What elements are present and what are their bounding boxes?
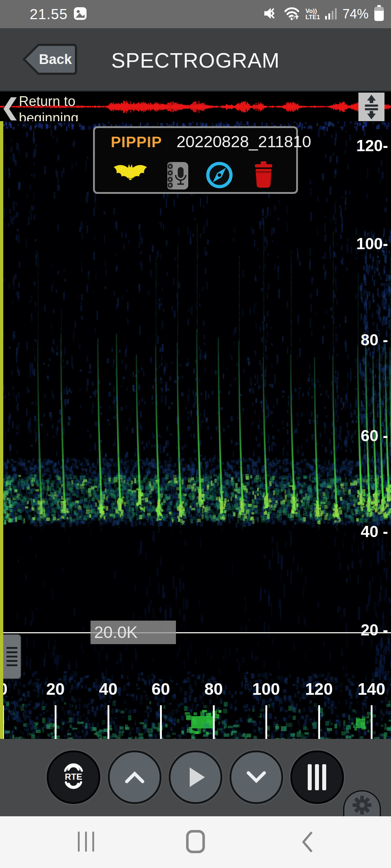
status-left: 21.55 [30, 6, 87, 22]
clock: 21.55 [30, 6, 68, 22]
time-label-80: 80 [204, 679, 223, 699]
freq-label-40: 40 - [316, 523, 388, 541]
step-up-button[interactable] [108, 750, 161, 804]
signal-strength-icon [325, 7, 337, 22]
spectrogram-area: PIPPIP 20220828_211810 120- 100- 80 - 60… [0, 121, 391, 739]
time-tick [108, 705, 109, 739]
delete-icon[interactable] [253, 161, 274, 190]
play-button[interactable] [169, 750, 222, 804]
recording-info-panel: PIPPIP 20220828_211810 [93, 126, 298, 194]
time-tick [55, 705, 56, 739]
volte-indicator: Vo)) LTE1 [306, 8, 320, 20]
freq-label-100: 100- [316, 235, 388, 253]
recording-info-row: PIPPIP 20220828_211810 [95, 132, 296, 151]
battery-percent: 74% [342, 7, 369, 22]
recording-name-label: 20220828_211810 [176, 132, 311, 151]
time-label-140: 140 [358, 679, 386, 699]
settings-button[interactable] [343, 790, 381, 816]
time-tick [371, 705, 373, 739]
freq-label-60: 60 - [316, 427, 388, 445]
back-icon[interactable] [301, 831, 314, 855]
recents-icon[interactable] [78, 831, 94, 852]
species-code-label: PIPPIP [111, 133, 162, 151]
bat-icon[interactable] [112, 161, 148, 185]
chevron-up-icon [123, 770, 146, 784]
time-label-40: 40 [99, 679, 117, 699]
rte-button[interactable]: RTE [47, 750, 100, 804]
play-icon [189, 767, 206, 788]
android-nav-bar [0, 816, 391, 868]
gear-icon [352, 795, 373, 816]
time-label-60: 60 [151, 679, 170, 699]
status-right: Vo)) LTE1 74% [263, 5, 384, 23]
time-tick [213, 705, 215, 739]
compass-icon[interactable] [206, 161, 233, 190]
recording-notebook-icon[interactable] [166, 161, 189, 192]
chevron-down-icon [245, 770, 268, 784]
screen: 21.55 Vo)) LTE1 74% [0, 0, 391, 868]
time-tick [318, 705, 320, 739]
wifi-icon [283, 5, 300, 23]
scrub-bar[interactable]: ❮ Return to beginning [0, 90, 391, 121]
prev-chevron-icon[interactable]: ❮ [1, 94, 20, 120]
freq-label-120: 120- [316, 137, 388, 155]
svg-text:RTE: RTE [65, 772, 82, 782]
control-bar: RTE [0, 739, 391, 816]
return-to-beginning-label[interactable]: Return to beginning [19, 93, 102, 121]
freq-label-80: 80 - [316, 331, 388, 349]
gallery-icon [73, 7, 87, 22]
zoom-slider-icon[interactable] [358, 93, 384, 121]
pause-button[interactable] [290, 750, 344, 804]
time-label-120: 120 [305, 679, 333, 699]
battery-icon [374, 5, 384, 23]
time-tick [160, 705, 162, 739]
page-title: SPECTROGRAM [0, 28, 391, 90]
step-down-button[interactable] [230, 750, 283, 804]
mute-vibrate-icon [263, 6, 278, 22]
freq-label-20: 20 - [316, 621, 388, 639]
status-bar: 21.55 Vo)) LTE1 74% [0, 0, 391, 28]
home-icon[interactable] [186, 830, 205, 853]
header-bar: Back SPECTROGRAM [0, 28, 391, 90]
time-label-20: 20 [46, 679, 64, 699]
pause-bars-icon [307, 763, 327, 791]
time-tick [265, 705, 267, 739]
marker-drag-handle[interactable] [3, 634, 21, 679]
playhead-bar [0, 121, 3, 739]
rte-waves-icon: RTE [60, 758, 87, 796]
time-label-100: 100 [252, 679, 280, 699]
freq-marker-label: 20.0K [91, 621, 176, 644]
